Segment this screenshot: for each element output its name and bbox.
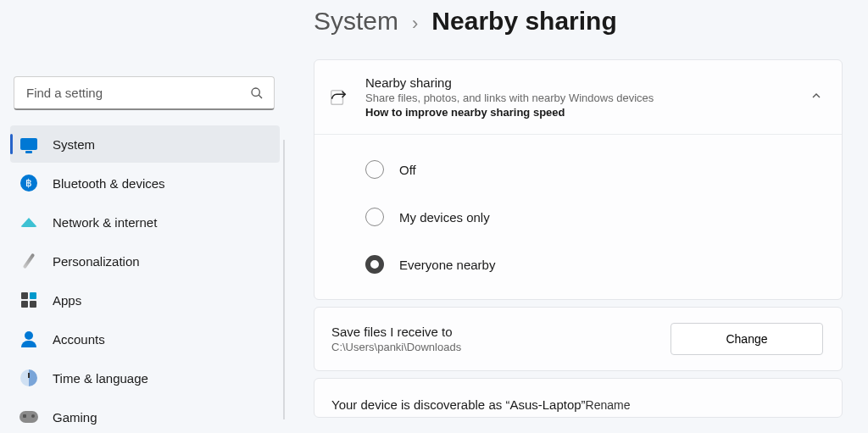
sidebar-item-bluetooth[interactable]: ฿ Bluetooth & devices bbox=[10, 164, 280, 202]
save-location-path: C:\Users\panki\Downloads bbox=[331, 341, 670, 353]
apps-icon bbox=[19, 290, 39, 310]
sidebar-item-accounts[interactable]: Accounts bbox=[10, 320, 280, 358]
share-icon bbox=[326, 88, 350, 107]
clock-globe-icon bbox=[19, 368, 39, 388]
card-header[interactable]: Nearby sharing Share files, photos, and … bbox=[314, 60, 842, 135]
page-title: Nearby sharing bbox=[431, 7, 616, 36]
person-icon bbox=[19, 329, 39, 349]
search-icon bbox=[250, 86, 264, 100]
svg-line-1 bbox=[259, 95, 262, 98]
nav-list: System ฿ Bluetooth & devices Network & i… bbox=[8, 125, 280, 433]
sidebar-item-label: Time & language bbox=[53, 371, 148, 386]
option-label: Everyone nearby bbox=[399, 258, 495, 272]
gamepad-icon bbox=[19, 407, 39, 427]
rename-link[interactable]: Rename bbox=[586, 398, 631, 412]
nearby-sharing-card: Nearby sharing Share files, photos, and … bbox=[314, 59, 843, 300]
sharing-options: Off My devices only Everyone nearby bbox=[314, 135, 842, 299]
sidebar-item-apps[interactable]: Apps bbox=[10, 281, 280, 319]
radio-icon bbox=[365, 160, 384, 179]
option-everyone[interactable]: Everyone nearby bbox=[365, 255, 823, 274]
discover-card: Your device is discoverable as “Asus-Lap… bbox=[314, 378, 843, 418]
bluetooth-icon: ฿ bbox=[19, 173, 39, 193]
discover-text: Your device is discoverable as “Asus-Lap… bbox=[331, 397, 586, 412]
help-link[interactable]: How to improve nearby sharing speed bbox=[365, 106, 810, 119]
sidebar-item-label: Gaming bbox=[53, 410, 97, 425]
breadcrumb: System › Nearby sharing bbox=[314, 7, 843, 36]
chevron-right-icon: › bbox=[412, 13, 418, 35]
sidebar-item-label: Accounts bbox=[53, 332, 105, 347]
breadcrumb-parent[interactable]: System bbox=[314, 7, 398, 36]
change-button[interactable]: Change bbox=[670, 323, 823, 355]
brush-icon bbox=[19, 251, 39, 271]
sidebar-item-label: Network & internet bbox=[53, 215, 157, 230]
sidebar-item-label: System bbox=[53, 137, 95, 152]
sidebar-item-time-language[interactable]: Time & language bbox=[10, 359, 280, 397]
scrollbar[interactable] bbox=[283, 140, 285, 419]
card-subtitle: Share files, photos, and links with near… bbox=[365, 92, 810, 104]
option-off[interactable]: Off bbox=[365, 160, 823, 179]
option-label: My devices only bbox=[399, 210, 490, 225]
radio-icon bbox=[365, 255, 384, 274]
sidebar-item-system[interactable]: System bbox=[10, 125, 280, 163]
option-label: Off bbox=[399, 163, 416, 177]
chevron-up-icon[interactable] bbox=[810, 89, 823, 106]
sidebar-item-label: Personalization bbox=[53, 254, 140, 269]
system-icon bbox=[19, 134, 39, 154]
main-content: System › Nearby sharing Nearby sharing S… bbox=[288, 0, 868, 433]
save-location-card: Save files I receive to C:\Users\panki\D… bbox=[314, 307, 843, 371]
save-location-title: Save files I receive to bbox=[331, 325, 670, 339]
option-my-devices[interactable]: My devices only bbox=[365, 208, 823, 226]
sidebar-item-label: Apps bbox=[53, 293, 81, 308]
card-title: Nearby sharing bbox=[365, 75, 810, 90]
search-input[interactable] bbox=[26, 86, 250, 100]
sidebar-item-personalization[interactable]: Personalization bbox=[10, 242, 280, 280]
svg-rect-2 bbox=[331, 90, 343, 104]
wifi-icon bbox=[19, 212, 39, 232]
sidebar-item-gaming[interactable]: Gaming bbox=[10, 398, 280, 433]
search-box[interactable] bbox=[14, 76, 275, 110]
sidebar-item-label: Bluetooth & devices bbox=[53, 176, 165, 191]
sidebar: System ฿ Bluetooth & devices Network & i… bbox=[0, 0, 288, 433]
radio-icon bbox=[365, 208, 384, 226]
sidebar-item-network[interactable]: Network & internet bbox=[10, 203, 280, 241]
svg-point-0 bbox=[252, 88, 259, 96]
